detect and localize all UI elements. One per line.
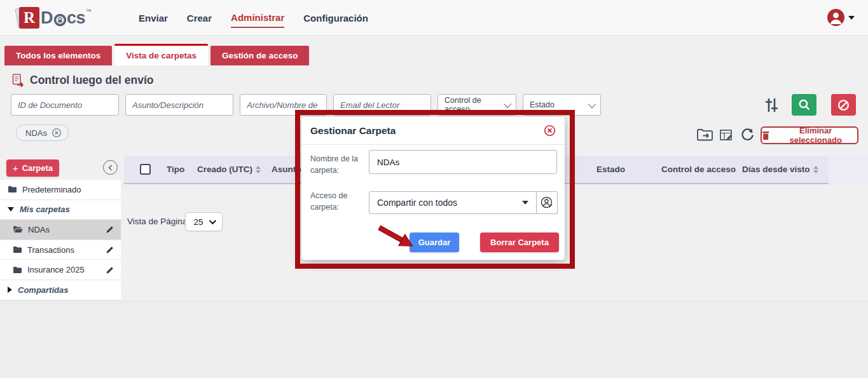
manage-folder-modal: Gestionar Carpeta Nombre de la carpeta: … [301,117,565,260]
triangle-down-icon [8,207,14,212]
top-bar: R D cs ™ Enviar Crear Administrar Config… [0,0,868,36]
logo-trademark: ™ [86,8,92,15]
sidebar-item-label: Transactions [27,245,74,255]
column-creado-utc[interactable]: Creado (UTC) [197,165,261,174]
sidebar-item-label: Insurance 2025 [27,265,85,274]
logo-word-d: D [41,8,53,28]
search-button[interactable] [792,94,816,116]
filter-subject-input[interactable] [125,94,233,116]
view-tabs: Todos los elementos Vista de carpetas Ge… [4,45,312,65]
chevron-left-icon [107,164,114,172]
column-dias-desde-visto[interactable]: Días desde visto [742,165,818,174]
filter-status-dropdown[interactable]: Estado [523,94,601,116]
page-size-select[interactable]: 25 [185,212,223,231]
page-title-text: Control luego del envío [30,74,153,87]
folder-name-input[interactable] [369,150,557,174]
sidebar-item-transactions[interactable]: Transactions [0,240,121,260]
sidebar-group-label: Compartidas [18,285,68,295]
filter-access-control-dropdown[interactable]: Control de acceso [437,94,516,116]
triangle-right-icon [8,287,12,293]
edit-pencil-icon[interactable] [106,245,114,254]
chip-label: NDAs [25,128,47,138]
tab-todos-los-elementos[interactable]: Todos los elementos [4,46,112,65]
folder-access-value: Compartir con todos [377,198,457,208]
modal-title: Gestionar Carpeta [310,125,396,137]
user-menu[interactable] [827,9,855,26]
column-control-de-acceso[interactable]: Control de acceso [661,165,736,174]
sidebar-item-label: NDAs [28,225,50,234]
trash-icon [762,131,769,140]
filter-filename-input[interactable] [240,94,327,116]
sort-icon[interactable] [256,166,261,173]
edit-pencil-icon[interactable] [106,225,114,234]
tab-gestion-de-acceso[interactable]: Gestión de acceso [210,46,309,65]
page-footer-background [0,300,868,378]
nav-item-enviar[interactable]: Enviar [139,9,168,27]
filter-status-label: Estado [530,100,555,109]
caret-down-icon [522,201,528,205]
edit-pencil-icon[interactable] [106,266,114,274]
user-avatar-icon[interactable] [827,9,844,26]
rdocs-app: R D cs ™ Enviar Crear Administrar Config… [0,0,868,378]
column-creado-utc-label: Creado (UTC) [197,165,252,174]
filter-sliders-icon[interactable] [763,97,780,114]
folder-open-icon [13,226,23,233]
main-nav: Enviar Crear Administrar Configuración [139,0,368,36]
clear-filters-button[interactable] [831,94,856,116]
chevron-down-icon [504,100,511,107]
delete-selected-button[interactable]: Eliminar seleccionado [761,126,858,144]
sidebar-item-predeterminado[interactable]: Predeterminado [0,180,121,200]
sidebar-group-compartidas[interactable]: Compartidas [0,280,121,300]
filter-access-control-label: Control de acceso [444,96,504,114]
table-header-scroll-gap [829,156,868,184]
page-size-value: 25 [193,217,203,227]
folder-name-label: Nombre de la carpeta: [310,153,364,176]
chevron-down-icon [209,217,216,224]
collapse-sidebar-button[interactable] [103,160,118,175]
page-title: Control luego del envío [11,73,153,87]
logo-word: D cs [41,8,85,28]
sidebar-item-insurance-2025[interactable]: Insurance 2025 [0,260,121,280]
sidebar-item-ndas[interactable]: NDAs [0,220,121,240]
cancel-circle-icon [837,98,850,112]
move-to-folder-icon[interactable] [696,128,713,142]
column-tipo[interactable]: Tipo [167,165,184,174]
modal-header: Gestionar Carpeta [301,117,565,145]
save-button[interactable]: Guardar [410,233,459,252]
select-all-checkbox[interactable] [140,164,151,175]
export-report-icon[interactable] [719,128,734,142]
person-edit-icon [540,196,554,210]
nav-item-crear[interactable]: Crear [187,9,212,27]
lock-o-icon [53,13,67,27]
folder-icon [13,246,22,253]
add-folder-button[interactable]: + Carpeta [6,159,59,177]
folder-icon [13,266,22,274]
chevron-down-icon [588,100,596,108]
search-icon [798,98,811,111]
sidebar-group-mis-carpetas[interactable]: Mis carpetas [0,200,121,220]
tab-vista-de-carpetas[interactable]: Vista de carpetas [114,44,208,65]
sidebar-item-label: Predeterminado [22,185,81,194]
folder-filter-chip[interactable]: NDAs [16,125,69,141]
remove-chip-icon[interactable] [52,128,62,138]
caret-down-icon [848,16,855,20]
column-dias-desde-visto-label: Días desde visto [742,165,810,174]
folder-access-group: Compartir con todos [369,191,558,214]
nav-item-administrar[interactable]: Administrar [231,8,284,28]
logo-r-square: R [19,7,39,29]
add-folder-label: Carpeta [22,163,53,173]
delete-folder-button[interactable]: Borrar Carpeta [480,233,559,252]
filter-document-id-input[interactable] [11,94,119,116]
sort-icon[interactable] [813,166,818,173]
column-estado[interactable]: Estado [596,165,625,174]
manage-users-button[interactable] [537,191,558,214]
refresh-icon[interactable] [740,128,754,142]
close-modal-icon[interactable] [544,125,556,137]
nav-item-configuracion[interactable]: Configuración [303,9,368,27]
folder-access-select[interactable]: Compartir con todos [369,191,537,214]
plus-icon: + [13,163,18,173]
page-size-label: Vista de Página: [127,217,189,226]
rdocs-logo[interactable]: R D cs ™ [17,6,92,30]
filter-reader-email-input[interactable] [333,94,431,116]
folder-sidebar: Predeterminado Mis carpetas NDAs Transac… [0,180,121,300]
